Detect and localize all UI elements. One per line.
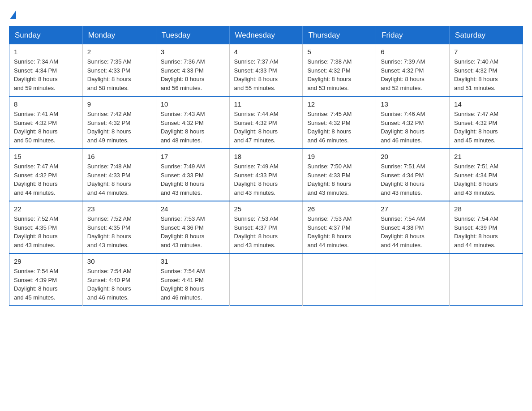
logo	[9, 9, 17, 18]
calendar-day-cell: 4 Sunrise: 7:37 AM Sunset: 4:33 PM Dayli…	[229, 44, 303, 96]
day-info: Sunrise: 7:51 AM Sunset: 4:34 PM Dayligh…	[381, 162, 445, 197]
day-number: 23	[87, 205, 151, 213]
calendar-day-cell: 2 Sunrise: 7:35 AM Sunset: 4:33 PM Dayli…	[82, 44, 156, 96]
day-number: 4	[234, 48, 298, 56]
calendar-day-cell: 12 Sunrise: 7:45 AM Sunset: 4:32 PM Dayl…	[303, 96, 376, 149]
day-info: Sunrise: 7:54 AM Sunset: 4:39 PM Dayligh…	[14, 267, 78, 302]
calendar-week-row: 8 Sunrise: 7:41 AM Sunset: 4:32 PM Dayli…	[9, 96, 523, 149]
day-info: Sunrise: 7:54 AM Sunset: 4:39 PM Dayligh…	[454, 214, 518, 249]
calendar-day-cell: 28 Sunrise: 7:54 AM Sunset: 4:39 PM Dayl…	[450, 201, 523, 253]
day-info: Sunrise: 7:43 AM Sunset: 4:32 PM Dayligh…	[161, 110, 225, 145]
day-info: Sunrise: 7:47 AM Sunset: 4:32 PM Dayligh…	[14, 162, 78, 197]
page-header	[9, 9, 523, 18]
logo-triangle-icon	[10, 10, 16, 19]
calendar-day-cell: 10 Sunrise: 7:43 AM Sunset: 4:32 PM Dayl…	[156, 96, 229, 149]
day-number: 15	[14, 153, 78, 160]
day-info: Sunrise: 7:53 AM Sunset: 4:36 PM Dayligh…	[161, 214, 225, 249]
day-number: 3	[161, 48, 225, 56]
day-number: 16	[87, 153, 151, 160]
calendar-day-cell: 8 Sunrise: 7:41 AM Sunset: 4:32 PM Dayli…	[9, 96, 83, 149]
calendar-day-cell	[376, 253, 450, 306]
calendar-day-cell: 21 Sunrise: 7:51 AM Sunset: 4:34 PM Dayl…	[450, 149, 523, 201]
calendar-day-cell: 3 Sunrise: 7:36 AM Sunset: 4:33 PM Dayli…	[156, 44, 229, 96]
weekday-header-friday: Friday	[376, 26, 450, 45]
day-number: 11	[234, 100, 298, 108]
calendar-day-cell: 19 Sunrise: 7:50 AM Sunset: 4:33 PM Dayl…	[303, 149, 376, 201]
day-number: 8	[14, 100, 78, 108]
day-number: 12	[307, 100, 371, 108]
calendar-day-cell: 26 Sunrise: 7:53 AM Sunset: 4:37 PM Dayl…	[303, 201, 376, 253]
calendar-day-cell: 1 Sunrise: 7:34 AM Sunset: 4:34 PM Dayli…	[9, 44, 83, 96]
day-info: Sunrise: 7:48 AM Sunset: 4:33 PM Dayligh…	[87, 162, 151, 197]
day-number: 28	[454, 205, 518, 213]
day-info: Sunrise: 7:38 AM Sunset: 4:32 PM Dayligh…	[307, 57, 371, 92]
calendar-day-cell: 20 Sunrise: 7:51 AM Sunset: 4:34 PM Dayl…	[376, 149, 450, 201]
day-info: Sunrise: 7:36 AM Sunset: 4:33 PM Dayligh…	[161, 57, 225, 92]
day-number: 31	[161, 257, 225, 265]
calendar-day-cell: 22 Sunrise: 7:52 AM Sunset: 4:35 PM Dayl…	[9, 201, 83, 253]
day-number: 26	[307, 205, 371, 213]
weekday-header-monday: Monday	[82, 26, 156, 45]
calendar-day-cell: 29 Sunrise: 7:54 AM Sunset: 4:39 PM Dayl…	[9, 253, 83, 306]
day-number: 14	[454, 100, 518, 108]
day-info: Sunrise: 7:49 AM Sunset: 4:33 PM Dayligh…	[234, 162, 298, 197]
day-info: Sunrise: 7:44 AM Sunset: 4:32 PM Dayligh…	[234, 110, 298, 145]
day-info: Sunrise: 7:45 AM Sunset: 4:32 PM Dayligh…	[307, 110, 371, 145]
day-info: Sunrise: 7:54 AM Sunset: 4:38 PM Dayligh…	[381, 214, 445, 249]
day-number: 22	[14, 205, 78, 213]
calendar-day-cell: 5 Sunrise: 7:38 AM Sunset: 4:32 PM Dayli…	[303, 44, 376, 96]
calendar-day-cell: 9 Sunrise: 7:42 AM Sunset: 4:32 PM Dayli…	[82, 96, 156, 149]
calendar-week-row: 22 Sunrise: 7:52 AM Sunset: 4:35 PM Dayl…	[9, 201, 523, 253]
day-info: Sunrise: 7:40 AM Sunset: 4:32 PM Dayligh…	[454, 57, 518, 92]
calendar-day-cell: 23 Sunrise: 7:52 AM Sunset: 4:35 PM Dayl…	[82, 201, 156, 253]
calendar-day-cell: 24 Sunrise: 7:53 AM Sunset: 4:36 PM Dayl…	[156, 201, 229, 253]
day-info: Sunrise: 7:47 AM Sunset: 4:32 PM Dayligh…	[454, 110, 518, 145]
calendar-day-cell: 27 Sunrise: 7:54 AM Sunset: 4:38 PM Dayl…	[376, 201, 450, 253]
day-number: 6	[381, 48, 445, 56]
calendar-week-row: 1 Sunrise: 7:34 AM Sunset: 4:34 PM Dayli…	[9, 44, 523, 96]
day-info: Sunrise: 7:54 AM Sunset: 4:41 PM Dayligh…	[161, 267, 225, 302]
day-info: Sunrise: 7:53 AM Sunset: 4:37 PM Dayligh…	[307, 214, 371, 249]
day-info: Sunrise: 7:51 AM Sunset: 4:34 PM Dayligh…	[454, 162, 518, 197]
calendar-day-cell: 11 Sunrise: 7:44 AM Sunset: 4:32 PM Dayl…	[229, 96, 303, 149]
day-info: Sunrise: 7:41 AM Sunset: 4:32 PM Dayligh…	[14, 110, 78, 145]
day-number: 19	[307, 153, 371, 160]
calendar-day-cell: 17 Sunrise: 7:49 AM Sunset: 4:33 PM Dayl…	[156, 149, 229, 201]
day-number: 21	[454, 153, 518, 160]
day-number: 1	[14, 48, 78, 56]
day-number: 30	[87, 257, 151, 265]
day-info: Sunrise: 7:53 AM Sunset: 4:37 PM Dayligh…	[234, 214, 298, 249]
weekday-header-saturday: Saturday	[450, 26, 523, 45]
day-number: 25	[234, 205, 298, 213]
day-info: Sunrise: 7:54 AM Sunset: 4:40 PM Dayligh…	[87, 267, 151, 302]
day-info: Sunrise: 7:35 AM Sunset: 4:33 PM Dayligh…	[87, 57, 151, 92]
calendar-day-cell: 25 Sunrise: 7:53 AM Sunset: 4:37 PM Dayl…	[229, 201, 303, 253]
day-info: Sunrise: 7:50 AM Sunset: 4:33 PM Dayligh…	[307, 162, 371, 197]
calendar-day-cell: 30 Sunrise: 7:54 AM Sunset: 4:40 PM Dayl…	[82, 253, 156, 306]
day-info: Sunrise: 7:49 AM Sunset: 4:33 PM Dayligh…	[161, 162, 225, 197]
calendar-day-cell	[450, 253, 523, 306]
calendar-day-cell	[229, 253, 303, 306]
calendar-day-cell	[303, 253, 376, 306]
weekday-header-sunday: Sunday	[9, 26, 83, 45]
day-number: 9	[87, 100, 151, 108]
weekday-header-thursday: Thursday	[303, 26, 376, 45]
day-info: Sunrise: 7:42 AM Sunset: 4:32 PM Dayligh…	[87, 110, 151, 145]
day-number: 10	[161, 100, 225, 108]
weekday-header-wednesday: Wednesday	[229, 26, 303, 45]
calendar-day-cell: 13 Sunrise: 7:46 AM Sunset: 4:32 PM Dayl…	[376, 96, 450, 149]
calendar-week-row: 15 Sunrise: 7:47 AM Sunset: 4:32 PM Dayl…	[9, 149, 523, 201]
day-info: Sunrise: 7:39 AM Sunset: 4:32 PM Dayligh…	[381, 57, 445, 92]
day-number: 18	[234, 153, 298, 160]
day-number: 5	[307, 48, 371, 56]
day-number: 17	[161, 153, 225, 160]
calendar-day-cell: 15 Sunrise: 7:47 AM Sunset: 4:32 PM Dayl…	[9, 149, 83, 201]
day-number: 24	[161, 205, 225, 213]
calendar-day-cell: 7 Sunrise: 7:40 AM Sunset: 4:32 PM Dayli…	[450, 44, 523, 96]
day-info: Sunrise: 7:46 AM Sunset: 4:32 PM Dayligh…	[381, 110, 445, 145]
calendar-day-cell: 31 Sunrise: 7:54 AM Sunset: 4:41 PM Dayl…	[156, 253, 229, 306]
calendar-day-cell: 18 Sunrise: 7:49 AM Sunset: 4:33 PM Dayl…	[229, 149, 303, 201]
calendar-day-cell: 6 Sunrise: 7:39 AM Sunset: 4:32 PM Dayli…	[376, 44, 450, 96]
day-number: 27	[381, 205, 445, 213]
day-info: Sunrise: 7:34 AM Sunset: 4:34 PM Dayligh…	[14, 57, 78, 92]
